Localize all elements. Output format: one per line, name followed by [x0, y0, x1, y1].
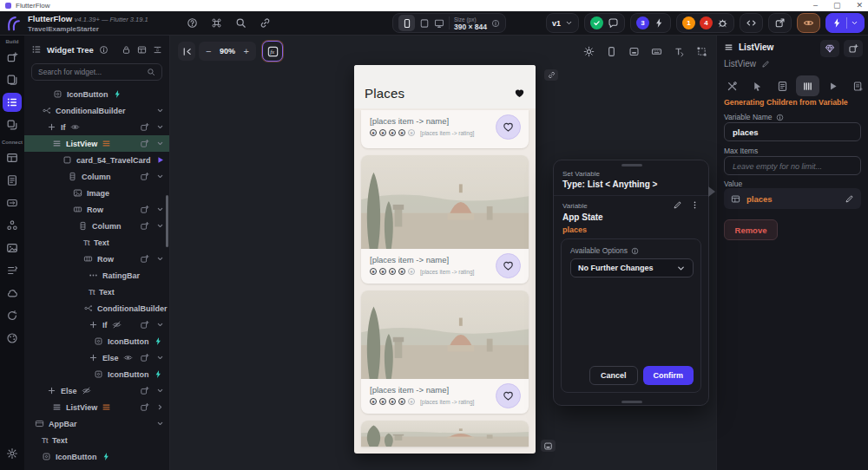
tree-row-ratingbar[interactable]: RatingBar — [24, 267, 169, 284]
cancel-button[interactable]: Cancel — [589, 366, 638, 385]
travel-card[interactable]: [places item -> name] ★★★★★ [places item… — [361, 290, 529, 414]
light-mode-icon[interactable] — [583, 46, 595, 57]
rail-item-widget-palette[interactable] — [3, 48, 22, 67]
tree-row-row[interactable]: Row — [24, 251, 169, 267]
tab-properties[interactable] — [771, 75, 794, 96]
value-variable-chip[interactable]: places — [724, 188, 861, 209]
kebab-menu-icon[interactable] — [690, 200, 700, 210]
travel-card[interactable]: [places item -> name] ★★★★★ [places item… — [361, 110, 529, 148]
collapse-panel-button[interactable] — [178, 42, 195, 61]
rail-item-widget-tree[interactable] — [3, 93, 22, 112]
lock-icon[interactable] — [122, 45, 131, 55]
tab-widget-tests[interactable] — [846, 75, 868, 96]
branch-version-dropdown[interactable]: v1 — [546, 13, 579, 33]
run-tests-icon[interactable] — [654, 17, 665, 29]
tree-row-column[interactable]: Column — [24, 218, 169, 234]
bottom-bar-toggle[interactable] — [541, 440, 556, 452]
rail-item-automations[interactable] — [3, 306, 22, 325]
info-icon[interactable] — [631, 247, 639, 255]
max-items-field[interactable] — [724, 156, 861, 175]
collapse-all-icon[interactable] — [153, 45, 162, 55]
text-direction-icon[interactable] — [674, 46, 685, 57]
variable-name-field[interactable] — [724, 122, 861, 141]
favorite-button[interactable] — [496, 114, 521, 140]
travel-card[interactable] — [361, 421, 529, 447]
remove-button[interactable]: Remove — [724, 219, 778, 240]
tree-info-icon[interactable] — [99, 45, 108, 55]
wrap-widget-button[interactable] — [844, 40, 863, 57]
favorite-button[interactable] — [496, 253, 521, 278]
phone-preview[interactable]: [places item -> name] ★★★★★ [places item… — [354, 65, 536, 454]
tree-row-listview[interactable]: ListView — [24, 135, 169, 152]
tree-row-iconbutton[interactable]: IconButton — [24, 448, 169, 465]
tree-row-iconbutton[interactable]: IconButton — [24, 333, 169, 349]
run-count-badge[interactable]: 3 — [636, 16, 649, 29]
edit-pencil-icon[interactable] — [673, 200, 682, 210]
preview-mode-button[interactable] — [797, 13, 820, 33]
info-icon[interactable] — [776, 114, 784, 121]
deploy-button[interactable] — [825, 13, 865, 33]
open-preview-button[interactable] — [768, 13, 792, 33]
keyboard-icon[interactable] — [651, 46, 662, 57]
rail-item-data-types[interactable] — [3, 171, 22, 190]
rail-item-cloud-functions[interactable] — [3, 284, 22, 303]
tree-row-else[interactable]: Else — [24, 349, 169, 366]
canvas-settings-icon[interactable] — [696, 46, 707, 57]
zoom-in-button[interactable]: + — [244, 46, 249, 56]
rail-item-settings[interactable] — [3, 444, 22, 463]
tab-dynamic-children[interactable] — [796, 75, 819, 96]
help-icon[interactable] — [187, 17, 198, 29]
panel-layout-icon[interactable] — [137, 45, 147, 55]
confirm-button[interactable]: Confirm — [643, 366, 694, 385]
tree-scrollbar[interactable] — [166, 195, 168, 247]
view-code-button[interactable] — [740, 13, 763, 33]
tree-row-iconbutton[interactable]: IconButton — [24, 366, 169, 382]
zoom-out-button[interactable]: − — [206, 46, 211, 56]
rail-item-media-assets[interactable] — [3, 238, 22, 258]
tab-animations[interactable] — [821, 75, 845, 96]
options-dropdown[interactable]: No Further Changes — [570, 258, 694, 277]
tree-row-appbar[interactable]: AppBar — [24, 415, 169, 432]
tree-row-text[interactable]: TtText — [24, 284, 169, 300]
tab-styling[interactable] — [720, 75, 744, 96]
tree-row-iconbutton[interactable]: IconButton — [24, 86, 169, 102]
flutterflow-logo-icon[interactable] — [3, 14, 23, 33]
tree-row-conditionalbuilder[interactable]: ConditionalBuilder — [24, 102, 169, 119]
widget-search-box[interactable] — [31, 63, 162, 81]
tree-row-column[interactable]: Column — [24, 168, 169, 185]
upgrade-widget-button[interactable] — [820, 40, 839, 57]
comments-icon[interactable] — [608, 17, 619, 29]
window-close-button[interactable]: ✕ — [856, 0, 863, 11]
travel-card[interactable]: [places item -> name] ★★★★★ [places item… — [361, 155, 529, 284]
rail-item-integrations[interactable] — [3, 216, 22, 235]
rail-item-custom-code[interactable] — [3, 261, 22, 280]
device-tablet-button[interactable] — [419, 18, 430, 29]
variable-name-input[interactable] — [733, 127, 852, 137]
tree-row-if[interactable]: If — [24, 119, 169, 135]
device-phone-button[interactable] — [398, 15, 415, 31]
drag-handle[interactable] — [621, 401, 642, 403]
edit-pencil-icon[interactable] — [845, 194, 854, 204]
rail-item-components[interactable] — [3, 115, 22, 134]
command-palette-icon[interactable] — [211, 17, 222, 29]
tree-row-image[interactable]: Image — [24, 185, 169, 201]
drag-handle[interactable] — [621, 164, 642, 166]
tree-row-if[interactable]: If — [24, 317, 169, 333]
device-preview-icon[interactable] — [606, 46, 617, 57]
link-widget-chip[interactable] — [544, 69, 558, 81]
size-info-icon[interactable] — [491, 19, 500, 28]
share-link-icon[interactable] — [260, 17, 271, 29]
favorite-button[interactable] — [496, 383, 521, 408]
widget-search-input[interactable] — [38, 68, 142, 76]
tab-actions[interactable] — [746, 75, 769, 96]
rail-item-theme[interactable] — [3, 329, 22, 348]
heart-icon[interactable] — [514, 88, 525, 99]
tree-row-row[interactable]: Row — [24, 201, 169, 218]
rail-item-pages[interactable] — [3, 70, 22, 89]
max-items-input[interactable] — [733, 161, 852, 171]
rename-pencil-icon[interactable] — [761, 60, 770, 69]
warning-count-badge[interactable]: 1 — [682, 16, 695, 29]
tree-row-conditionalbuilder[interactable]: ConditionalBuilder — [24, 300, 169, 317]
search-icon[interactable] — [235, 17, 247, 29]
variables-fx-button[interactable] — [262, 41, 283, 62]
